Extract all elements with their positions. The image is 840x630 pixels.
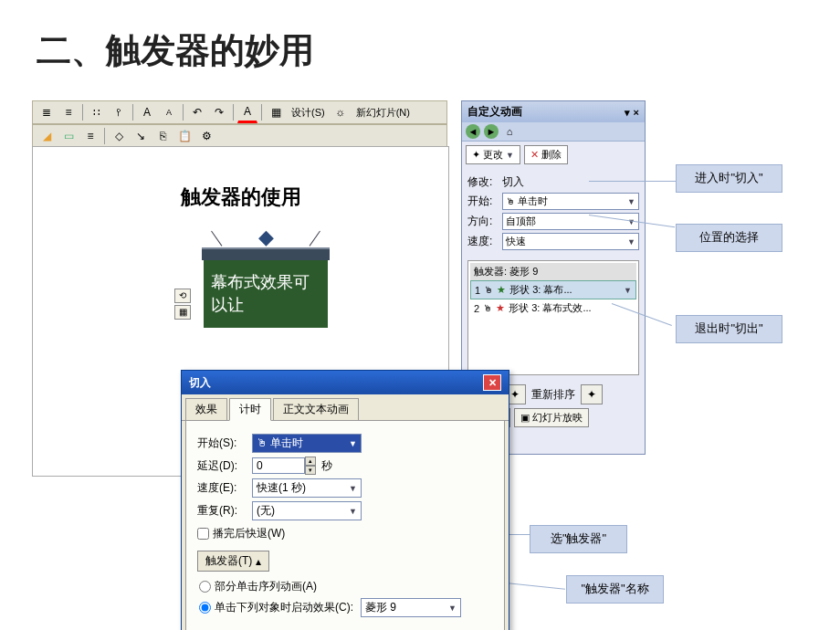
- curtain-text-box[interactable]: 幕布式效果可以让: [204, 260, 328, 328]
- chevron-down-icon: ▼: [349, 507, 357, 516]
- font-small-icon[interactable]: A: [159, 102, 179, 122]
- mouse-icon: 🖱: [257, 436, 268, 449]
- pane-title: 自定义动画: [467, 104, 522, 120]
- dialog-body: 开始(S): 🖱 单击时 ▼ 延迟(D): 0 ▴▾ 秒 速度(E): 快速(1…: [185, 421, 505, 630]
- trigger-object-select[interactable]: 菱形 9 ▼: [361, 598, 461, 617]
- dialog-titlebar: 切入 ✕: [182, 371, 509, 394]
- repeat-select[interactable]: (无) ▼: [252, 501, 362, 520]
- slideshow-button[interactable]: ▣ 幻灯片放映: [514, 408, 589, 427]
- slide-title: 触发器的使用: [33, 184, 448, 211]
- list-item[interactable]: 2 🖱 ★ 形状 3: 幕布式效...: [470, 299, 636, 317]
- back-icon[interactable]: ◄: [466, 124, 480, 139]
- toolbar-area: ≣ ≡ ∷ ⫯ A A ↶ ↷ A ▦ 设计(S) ☼ 新幻灯片(N) ◢ ▭ …: [32, 100, 447, 148]
- chevron-down-icon[interactable]: ▼: [624, 286, 632, 295]
- indent-icon[interactable]: ≣: [37, 102, 57, 122]
- callout-exit: 退出时"切出": [676, 315, 782, 343]
- radio-partial-click[interactable]: 部分单击序列动画(A): [199, 579, 493, 594]
- list-item[interactable]: 1 🖱 ★ 形状 3: 幕布... ▼: [470, 280, 636, 299]
- direction-label: 方向:: [467, 214, 502, 229]
- tab-text-anim[interactable]: 正文文本动画: [273, 398, 359, 420]
- trigger-button[interactable]: 触发器(T) ▴: [197, 551, 269, 572]
- speed-select[interactable]: 快速(1 秒) ▼: [252, 478, 362, 498]
- delay-label: 延迟(D):: [197, 458, 252, 474]
- font-large-icon[interactable]: A: [137, 102, 157, 122]
- entrance-star-icon: ★: [497, 284, 506, 296]
- paste-icon[interactable]: 📋: [174, 126, 194, 146]
- modify-label: 修改:: [467, 174, 502, 190]
- move-down-button[interactable]: ✦: [581, 384, 603, 404]
- connector-icon[interactable]: ↘: [131, 126, 151, 146]
- item-number: 2: [474, 303, 479, 314]
- radio-input[interactable]: [199, 581, 211, 593]
- trigger-list-header: 触发器: 菱形 9: [470, 263, 636, 280]
- bullet-icon[interactable]: ∷: [87, 102, 107, 122]
- line-color-icon[interactable]: ▭: [58, 126, 79, 146]
- handle-icon[interactable]: ▦: [174, 305, 191, 320]
- chevron-down-icon: ▼: [349, 439, 357, 448]
- delay-spinner[interactable]: ▴▾: [305, 457, 316, 475]
- callout-position: 位置的选择: [676, 224, 782, 252]
- shape-icon[interactable]: ◇: [109, 126, 129, 146]
- chevron-down-icon: ▼: [349, 484, 357, 493]
- new-slide-button[interactable]: 新幻灯片(N): [352, 106, 414, 120]
- home-icon[interactable]: ⌂: [502, 124, 517, 139]
- chevron-down-icon: ▼: [627, 197, 635, 206]
- design-icon[interactable]: ▦: [266, 102, 286, 122]
- delete-icon: ✕: [530, 149, 539, 161]
- tool-icon[interactable]: ⚙: [196, 126, 216, 146]
- rewind-checkbox[interactable]: 播完后快退(W): [197, 526, 493, 541]
- item-text: 形状 3: 幕布式效...: [509, 301, 591, 315]
- start-select[interactable]: 🖱 单击时 ▼: [502, 193, 639, 210]
- undo-icon[interactable]: ↶: [187, 102, 207, 122]
- pane-nav: ◄ ► ⌂: [462, 122, 645, 142]
- radio-input[interactable]: [199, 602, 211, 614]
- checkbox-input[interactable]: [197, 528, 209, 540]
- callout-entry: 进入时"切入": [676, 164, 782, 193]
- handle-icon[interactable]: ⟲: [174, 289, 191, 303]
- start-label: 开始(S):: [197, 436, 252, 451]
- design-button[interactable]: 设计(S): [288, 106, 329, 120]
- animation-list: 触发器: 菱形 9 1 🖱 ★ 形状 3: 幕布... ▼ 2 🖱 ★ 形状 3…: [467, 260, 639, 375]
- copy-icon[interactable]: ⎘: [152, 126, 173, 146]
- modify-value: 切入: [502, 174, 639, 190]
- reorder-label: 重新排序: [531, 387, 575, 403]
- numbering-icon[interactable]: ⫯: [109, 102, 129, 122]
- font-color-icon[interactable]: A: [237, 101, 257, 123]
- slide-handles: ⟲ ▦: [174, 289, 191, 320]
- dropdown-icon[interactable]: ▾: [625, 107, 630, 118]
- mouse-icon: 🖱: [483, 303, 492, 313]
- color-icon[interactable]: ◢: [37, 126, 57, 146]
- callout-trigger-btn: 选"触发器": [530, 525, 627, 553]
- toolbar-row-2: ◢ ▭ ≡ ◇ ↘ ⎘ 📋 ⚙: [32, 124, 447, 148]
- speed-select[interactable]: 快速 ▼: [502, 233, 639, 250]
- text-icon[interactable]: ≡: [80, 126, 100, 146]
- dialog-title-text: 切入: [189, 375, 211, 391]
- speed-label: 速度:: [467, 234, 502, 249]
- delay-input[interactable]: 0: [252, 457, 305, 474]
- close-icon[interactable]: ✕: [483, 374, 501, 391]
- close-icon[interactable]: ×: [634, 107, 639, 118]
- forward-icon[interactable]: ►: [484, 124, 499, 139]
- item-text: 形状 3: 幕布...: [509, 283, 572, 297]
- delete-button[interactable]: ✕ 删除: [524, 145, 568, 164]
- change-button[interactable]: ✦ 更改 ▼: [466, 145, 520, 164]
- pane-toolbar: ✦ 更改 ▼ ✕ 删除: [462, 142, 645, 168]
- delay-unit: 秒: [321, 458, 332, 474]
- start-select[interactable]: 🖱 单击时 ▼: [252, 434, 362, 453]
- chevron-down-icon: ▼: [627, 237, 635, 247]
- mouse-icon: 🖱: [506, 196, 515, 206]
- start-label: 开始:: [467, 194, 502, 209]
- tab-effect[interactable]: 效果: [185, 398, 227, 420]
- collapse-up-icon: ▴: [256, 555, 261, 568]
- pane-header: 自定义动画 ▾ ×: [462, 101, 645, 122]
- outdent-icon[interactable]: ≡: [58, 102, 79, 122]
- new-slide-icon[interactable]: ☼: [331, 102, 351, 122]
- hanger-shape[interactable]: ◆ 幕布式效果可以让: [202, 247, 330, 328]
- redo-icon[interactable]: ↷: [209, 102, 229, 122]
- page-title: 二、触发器的妙用: [0, 0, 840, 83]
- tab-timing[interactable]: 计时: [229, 398, 271, 421]
- diamond-icon: ◆: [258, 226, 274, 249]
- change-icon: ✦: [472, 149, 480, 161]
- radio-start-on-click[interactable]: 单击下列对象时启动效果(C): 菱形 9 ▼: [199, 598, 493, 617]
- direction-select[interactable]: 自顶部 ▼: [502, 213, 639, 230]
